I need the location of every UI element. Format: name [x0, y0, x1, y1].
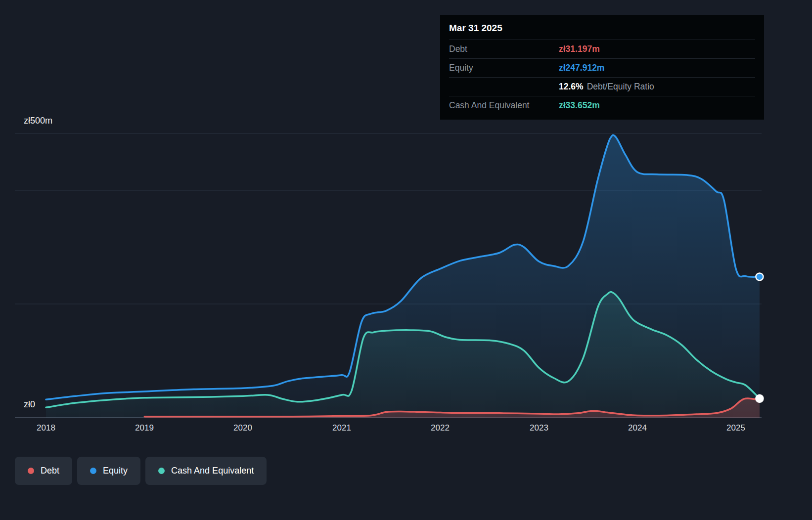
equity-dot-icon: [90, 468, 96, 474]
tooltip-debt-label: Debt: [449, 44, 559, 54]
x-axis-tick-2019: 2019: [135, 423, 154, 433]
x-axis-tick-2021: 2021: [332, 423, 351, 433]
tooltip-row-cash: Cash And Equivalent zł33.652m: [449, 96, 755, 115]
legend: Debt Equity Cash And Equivalent: [15, 457, 267, 485]
tooltip-row-ratio: 12.6% Debt/Equity Ratio: [449, 77, 755, 96]
x-axis-tick-2025: 2025: [726, 423, 745, 433]
tooltip-ratio-value: 12.6%: [559, 82, 584, 92]
x-axis-tick-2023: 2023: [530, 423, 548, 433]
tooltip-row-equity: Equity zł247.912m: [449, 58, 755, 77]
tooltip-equity-label: Equity: [449, 63, 559, 73]
x-axis-tick-2022: 2022: [431, 423, 450, 433]
debt-dot-icon: [28, 468, 34, 474]
tooltip-cash-value: zł33.652m: [559, 100, 600, 111]
y-axis-label-0: zł0: [24, 399, 35, 410]
y-axis-label-500m: zł500m: [24, 116, 52, 126]
cash-dot-icon: [158, 468, 165, 474]
tooltip-row-debt: Debt zł31.197m: [449, 40, 755, 58]
x-axis-tick-2020: 2020: [233, 423, 252, 433]
legend-equity-label: Equity: [103, 466, 128, 476]
tooltip: Mar 31 2025 Debt zł31.197m Equity zł247.…: [440, 15, 764, 120]
debt-equity-history-chart: zł500m zł0 2018 2019 2020 2021 2022 2023…: [0, 0, 812, 520]
tooltip-equity-value: zł247.912m: [559, 63, 604, 73]
legend-item-debt[interactable]: Debt: [15, 457, 72, 485]
x-axis-tick-2018: 2018: [37, 423, 55, 433]
legend-cash-label: Cash And Equivalent: [171, 466, 254, 476]
legend-debt-label: Debt: [41, 466, 59, 476]
tooltip-date: Mar 31 2025: [449, 22, 755, 40]
tooltip-debt-value: zł31.197m: [559, 44, 600, 54]
tooltip-ratio-label: Debt/Equity Ratio: [587, 82, 654, 92]
legend-item-cash[interactable]: Cash And Equivalent: [145, 457, 267, 485]
legend-item-equity[interactable]: Equity: [77, 457, 140, 485]
x-axis-tick-2024: 2024: [628, 423, 647, 433]
tooltip-cash-label: Cash And Equivalent: [449, 100, 559, 111]
